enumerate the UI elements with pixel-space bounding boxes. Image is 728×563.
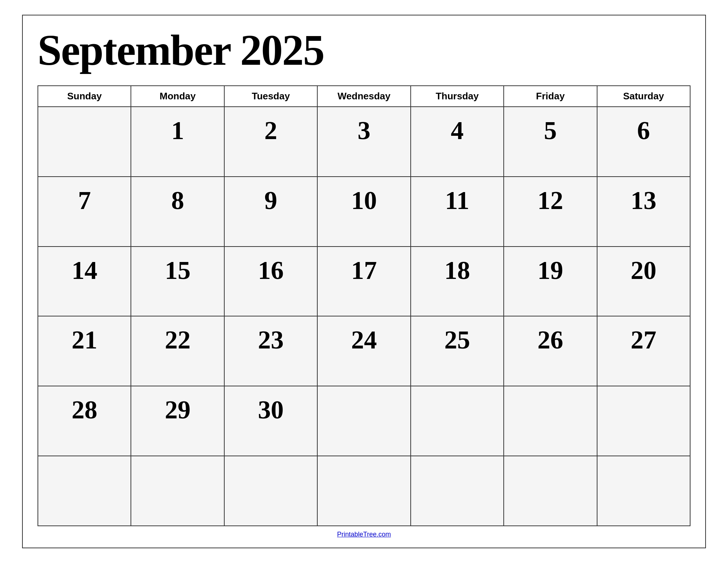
day-number-27: 27 — [631, 322, 656, 354]
day-number-12: 12 — [538, 183, 563, 215]
day-header-tuesday: Tuesday — [225, 86, 318, 107]
day-cell-26: 26 — [504, 316, 597, 386]
day-cell-empty — [504, 386, 597, 456]
day-cell-10: 10 — [318, 177, 411, 247]
day-cell-empty — [597, 386, 690, 456]
day-number-15: 15 — [165, 252, 190, 284]
day-cell-empty — [597, 456, 690, 526]
day-header-friday: Friday — [504, 86, 597, 107]
day-cell-empty — [318, 456, 411, 526]
day-cell-2: 2 — [225, 107, 318, 177]
day-header-thursday: Thursday — [411, 86, 504, 107]
footer-link[interactable]: PrintableTree.com — [38, 526, 690, 540]
day-cell-empty — [504, 456, 597, 526]
calendar-title: September 2025 — [38, 26, 690, 74]
day-number-17: 17 — [351, 252, 377, 284]
day-cell-13: 13 — [597, 177, 690, 247]
day-cell-15: 15 — [131, 247, 224, 317]
day-number-13: 13 — [631, 183, 656, 215]
day-cell-empty — [411, 386, 504, 456]
day-cell-9: 9 — [225, 177, 318, 247]
day-cell-6: 6 — [597, 107, 690, 177]
day-number-3: 3 — [357, 113, 370, 145]
day-cell-22: 22 — [131, 316, 224, 386]
week-row-1: 78910111213 — [38, 177, 690, 247]
day-header-saturday: Saturday — [597, 86, 690, 107]
day-cell-27: 27 — [597, 316, 690, 386]
day-number-23: 23 — [258, 322, 284, 354]
day-header-wednesday: Wednesday — [318, 86, 411, 107]
day-header-monday: Monday — [131, 86, 224, 107]
day-cell-23: 23 — [225, 316, 318, 386]
day-number-9: 9 — [264, 183, 277, 215]
day-number-25: 25 — [444, 322, 470, 354]
day-cell-empty — [38, 107, 131, 177]
day-number-19: 19 — [538, 252, 563, 284]
day-headers: SundayMondayTuesdayWednesdayThursdayFrid… — [38, 86, 690, 107]
day-number-5: 5 — [544, 113, 557, 145]
day-cell-empty — [318, 386, 411, 456]
day-cell-25: 25 — [411, 316, 504, 386]
day-number-18: 18 — [444, 252, 470, 284]
day-cell-21: 21 — [38, 316, 131, 386]
day-number-7: 7 — [78, 183, 91, 215]
day-cell-16: 16 — [225, 247, 318, 317]
day-cell-empty — [225, 456, 318, 526]
day-cell-12: 12 — [504, 177, 597, 247]
day-number-8: 8 — [171, 183, 184, 215]
day-cell-3: 3 — [318, 107, 411, 177]
day-cell-1: 1 — [131, 107, 224, 177]
day-cell-28: 28 — [38, 386, 131, 456]
calendar-weeks: 1234567891011121314151617181920212223242… — [38, 107, 690, 526]
day-number-20: 20 — [631, 252, 656, 284]
day-number-1: 1 — [171, 113, 184, 145]
day-cell-20: 20 — [597, 247, 690, 317]
week-row-4: 282930 — [38, 386, 690, 456]
day-number-10: 10 — [351, 183, 377, 215]
day-cell-29: 29 — [131, 386, 224, 456]
day-number-21: 21 — [72, 322, 97, 354]
day-number-28: 28 — [72, 392, 97, 424]
day-cell-19: 19 — [504, 247, 597, 317]
day-cell-17: 17 — [318, 247, 411, 317]
week-row-0: 123456 — [38, 107, 690, 177]
day-cell-14: 14 — [38, 247, 131, 317]
day-number-14: 14 — [72, 252, 97, 284]
day-number-11: 11 — [445, 183, 469, 215]
day-header-sunday: Sunday — [38, 86, 131, 107]
day-cell-7: 7 — [38, 177, 131, 247]
day-number-22: 22 — [165, 322, 190, 354]
day-number-29: 29 — [165, 392, 190, 424]
week-row-2: 14151617181920 — [38, 247, 690, 317]
day-cell-empty — [411, 456, 504, 526]
day-number-24: 24 — [351, 322, 377, 354]
day-number-30: 30 — [258, 392, 284, 424]
day-number-6: 6 — [637, 113, 650, 145]
day-cell-30: 30 — [225, 386, 318, 456]
day-number-26: 26 — [538, 322, 563, 354]
week-row-5 — [38, 456, 690, 526]
day-number-2: 2 — [264, 113, 277, 145]
day-cell-8: 8 — [131, 177, 224, 247]
week-row-3: 21222324252627 — [38, 316, 690, 386]
day-cell-18: 18 — [411, 247, 504, 317]
day-cell-empty — [131, 456, 224, 526]
day-cell-4: 4 — [411, 107, 504, 177]
day-cell-24: 24 — [318, 316, 411, 386]
day-cell-empty — [38, 456, 131, 526]
calendar-container: September 2025 SundayMondayTuesdayWednes… — [22, 15, 706, 548]
day-number-16: 16 — [258, 252, 284, 284]
day-cell-5: 5 — [504, 107, 597, 177]
day-number-4: 4 — [451, 113, 464, 145]
calendar-grid: SundayMondayTuesdayWednesdayThursdayFrid… — [38, 85, 690, 526]
day-cell-11: 11 — [411, 177, 504, 247]
